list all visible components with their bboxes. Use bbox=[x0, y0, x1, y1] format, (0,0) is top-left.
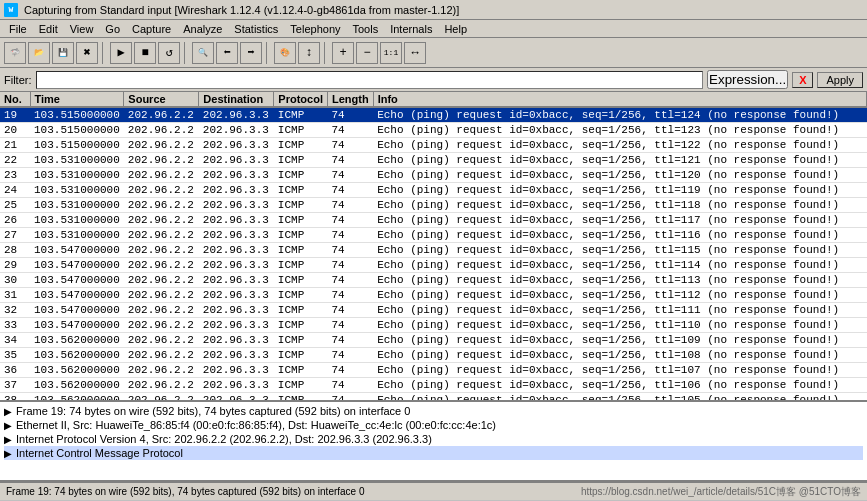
save-btn[interactable]: 💾 bbox=[52, 42, 74, 64]
menu-item-capture[interactable]: Capture bbox=[127, 22, 176, 36]
detail-row-text: Internet Protocol Version 4, Src: 202.96… bbox=[16, 433, 432, 445]
table-row[interactable]: 34103.562000000202.96.2.2202.96.3.3ICMP7… bbox=[0, 333, 867, 348]
cell-len: 74 bbox=[327, 393, 373, 403]
cell-len: 74 bbox=[327, 363, 373, 378]
menu-item-edit[interactable]: Edit bbox=[34, 22, 63, 36]
table-row[interactable]: 37103.562000000202.96.2.2202.96.3.3ICMP7… bbox=[0, 378, 867, 393]
menu-item-statistics[interactable]: Statistics bbox=[229, 22, 283, 36]
cell-dst: 202.96.3.3 bbox=[199, 378, 274, 393]
cell-src: 202.96.2.2 bbox=[124, 153, 199, 168]
col-header-dst[interactable]: Destination bbox=[199, 92, 274, 107]
menu-item-internals[interactable]: Internals bbox=[385, 22, 437, 36]
cell-time: 103.562000000 bbox=[30, 378, 124, 393]
table-row[interactable]: 26103.531000000202.96.2.2202.96.3.3ICMP7… bbox=[0, 213, 867, 228]
cell-proto: ICMP bbox=[274, 153, 328, 168]
packet-list[interactable]: No. Time Source Destination Protocol Len… bbox=[0, 92, 867, 402]
menu-item-view[interactable]: View bbox=[65, 22, 99, 36]
table-row[interactable]: 25103.531000000202.96.2.2202.96.3.3ICMP7… bbox=[0, 198, 867, 213]
cell-proto: ICMP bbox=[274, 303, 328, 318]
cell-proto: ICMP bbox=[274, 378, 328, 393]
apply-filter-button[interactable]: Apply bbox=[817, 72, 863, 88]
table-row[interactable]: 24103.531000000202.96.2.2202.96.3.3ICMP7… bbox=[0, 183, 867, 198]
table-row[interactable]: 33103.547000000202.96.2.2202.96.3.3ICMP7… bbox=[0, 318, 867, 333]
table-row[interactable]: 38103.562000000202.96.2.2202.96.3.3ICMP7… bbox=[0, 393, 867, 403]
table-row[interactable]: 31103.547000000202.96.2.2202.96.3.3ICMP7… bbox=[0, 288, 867, 303]
col-header-proto[interactable]: Protocol bbox=[274, 92, 328, 107]
cell-no: 37 bbox=[0, 378, 30, 393]
menu-item-analyze[interactable]: Analyze bbox=[178, 22, 227, 36]
col-header-info[interactable]: Info bbox=[373, 92, 866, 107]
table-row[interactable]: 23103.531000000202.96.2.2202.96.3.3ICMP7… bbox=[0, 168, 867, 183]
cell-proto: ICMP bbox=[274, 348, 328, 363]
cell-dst: 202.96.3.3 bbox=[199, 183, 274, 198]
cell-proto: ICMP bbox=[274, 363, 328, 378]
detail-row[interactable]: ▶Internet Control Message Protocol bbox=[4, 446, 863, 460]
table-row[interactable]: 19103.515000000202.96.2.2202.96.3.3ICMP7… bbox=[0, 107, 867, 123]
table-row[interactable]: 32103.547000000202.96.2.2202.96.3.3ICMP7… bbox=[0, 303, 867, 318]
expression-button[interactable]: Expression... bbox=[707, 70, 788, 89]
detail-row[interactable]: ▶Internet Protocol Version 4, Src: 202.9… bbox=[4, 432, 863, 446]
menu-item-go[interactable]: Go bbox=[100, 22, 125, 36]
cell-no: 23 bbox=[0, 168, 30, 183]
toolbar: 🦈📂💾✖▶■↺🔍⬅➡🎨↕+−1:1↔ bbox=[0, 38, 867, 68]
cell-info: Echo (ping) request id=0xbacc, seq=1/256… bbox=[373, 258, 866, 273]
menu-item-tools[interactable]: Tools bbox=[348, 22, 384, 36]
open-btn[interactable]: 📂 bbox=[28, 42, 50, 64]
cell-time: 103.547000000 bbox=[30, 288, 124, 303]
filter-input[interactable] bbox=[36, 71, 704, 89]
detail-row[interactable]: ▶Ethernet II, Src: HuaweiTe_86:85:f4 (00… bbox=[4, 418, 863, 432]
col-header-src[interactable]: Source bbox=[124, 92, 199, 107]
cell-no: 30 bbox=[0, 273, 30, 288]
table-row[interactable]: 21103.515000000202.96.2.2202.96.3.3ICMP7… bbox=[0, 138, 867, 153]
col-header-no[interactable]: No. bbox=[0, 92, 30, 107]
menu-item-file[interactable]: File bbox=[4, 22, 32, 36]
packet-detail[interactable]: ▶Frame 19: 74 bytes on wire (592 bits), … bbox=[0, 402, 867, 482]
detail-row[interactable]: ▶Frame 19: 74 bytes on wire (592 bits), … bbox=[4, 404, 863, 418]
table-row[interactable]: 36103.562000000202.96.2.2202.96.3.3ICMP7… bbox=[0, 363, 867, 378]
status-bar: Frame 19: 74 bytes on wire (592 bits), 7… bbox=[0, 482, 867, 500]
menu-item-help[interactable]: Help bbox=[439, 22, 472, 36]
cell-dst: 202.96.3.3 bbox=[199, 318, 274, 333]
cell-len: 74 bbox=[327, 153, 373, 168]
prev-btn[interactable]: ⬅ bbox=[216, 42, 238, 64]
zoom-out-btn[interactable]: − bbox=[356, 42, 378, 64]
close-btn[interactable]: ✖ bbox=[76, 42, 98, 64]
cell-src: 202.96.2.2 bbox=[124, 393, 199, 403]
table-row[interactable]: 35103.562000000202.96.2.2202.96.3.3ICMP7… bbox=[0, 348, 867, 363]
cell-src: 202.96.2.2 bbox=[124, 363, 199, 378]
cell-src: 202.96.2.2 bbox=[124, 378, 199, 393]
cell-info: Echo (ping) request id=0xbacc, seq=1/256… bbox=[373, 333, 866, 348]
cell-len: 74 bbox=[327, 198, 373, 213]
table-row[interactable]: 28103.547000000202.96.2.2202.96.3.3ICMP7… bbox=[0, 243, 867, 258]
table-row[interactable]: 20103.515000000202.96.2.2202.96.3.3ICMP7… bbox=[0, 123, 867, 138]
col-header-time[interactable]: Time bbox=[30, 92, 124, 107]
cell-proto: ICMP bbox=[274, 318, 328, 333]
stop-capture-btn[interactable]: ■ bbox=[134, 42, 156, 64]
normal-zoom-btn[interactable]: 1:1 bbox=[380, 42, 402, 64]
window-title: Capturing from Standard input [Wireshark… bbox=[24, 4, 459, 16]
table-row[interactable]: 29103.547000000202.96.2.2202.96.3.3ICMP7… bbox=[0, 258, 867, 273]
autoscroll-btn[interactable]: ↕ bbox=[298, 42, 320, 64]
sep1 bbox=[102, 42, 106, 64]
cell-time: 103.547000000 bbox=[30, 243, 124, 258]
next-btn[interactable]: ➡ bbox=[240, 42, 262, 64]
table-row[interactable]: 27103.531000000202.96.2.2202.96.3.3ICMP7… bbox=[0, 228, 867, 243]
cell-dst: 202.96.3.3 bbox=[199, 153, 274, 168]
cell-dst: 202.96.3.3 bbox=[199, 348, 274, 363]
table-row[interactable]: 30103.547000000202.96.2.2202.96.3.3ICMP7… bbox=[0, 273, 867, 288]
cell-len: 74 bbox=[327, 348, 373, 363]
resize-cols-btn[interactable]: ↔ bbox=[404, 42, 426, 64]
restart-capture-btn[interactable]: ↺ bbox=[158, 42, 180, 64]
col-header-len[interactable]: Length bbox=[327, 92, 373, 107]
cell-time: 103.562000000 bbox=[30, 348, 124, 363]
table-row[interactable]: 22103.531000000202.96.2.2202.96.3.3ICMP7… bbox=[0, 153, 867, 168]
find-btn[interactable]: 🔍 bbox=[192, 42, 214, 64]
menu-item-telephony[interactable]: Telephony bbox=[285, 22, 345, 36]
cell-time: 103.531000000 bbox=[30, 228, 124, 243]
clear-filter-button[interactable]: X bbox=[792, 72, 813, 88]
zoom-in-btn[interactable]: + bbox=[332, 42, 354, 64]
cell-time: 103.531000000 bbox=[30, 198, 124, 213]
new-capture-btn[interactable]: 🦈 bbox=[4, 42, 26, 64]
colorize-btn[interactable]: 🎨 bbox=[274, 42, 296, 64]
start-capture-btn[interactable]: ▶ bbox=[110, 42, 132, 64]
